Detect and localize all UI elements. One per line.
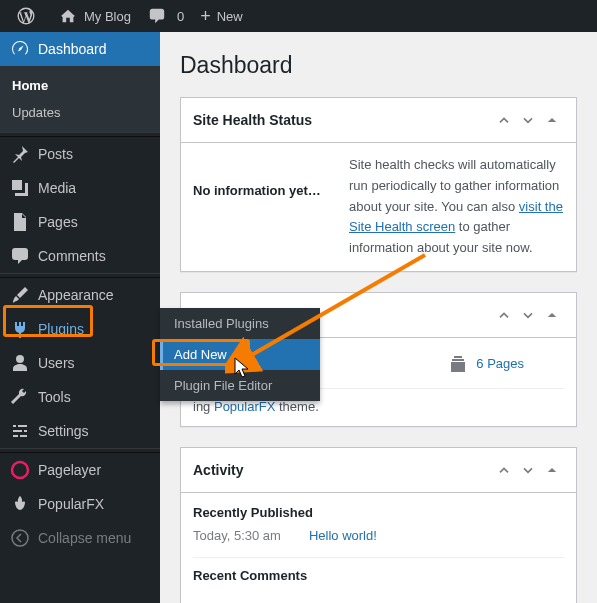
sidebar-settings-label: Settings (38, 423, 89, 439)
plugins-flyout: Installed Plugins Add New Plugin File Ed… (160, 308, 320, 401)
brush-icon (10, 285, 30, 305)
comment-icon (147, 6, 167, 26)
sidebar-item-dashboard[interactable]: Dashboard (0, 32, 160, 66)
wordpress-icon (16, 6, 36, 26)
sidebar-plugins-label: Plugins (38, 321, 84, 337)
users-icon (10, 353, 30, 373)
sidebar-media-label: Media (38, 180, 76, 196)
sidebar-collapse[interactable]: Collapse menu (0, 521, 160, 555)
new-label: New (217, 9, 243, 24)
flyout-installed-plugins[interactable]: Installed Plugins (160, 308, 320, 339)
wrench-icon (10, 387, 30, 407)
dashboard-icon (10, 39, 30, 59)
toggle-panel-button[interactable] (540, 108, 564, 132)
move-up-button[interactable] (492, 108, 516, 132)
comments-icon (10, 246, 30, 266)
sidebar-item-posts[interactable]: Posts (0, 137, 160, 171)
comment-count: 0 (177, 9, 184, 24)
sidebar-item-users[interactable]: Users (0, 346, 160, 380)
sidebar-appearance-label: Appearance (38, 287, 114, 303)
admin-sidebar: Dashboard Home Updates Posts Media Pages… (0, 32, 160, 603)
site-name-text: My Blog (84, 9, 131, 24)
sidebar-item-settings[interactable]: Settings (0, 414, 160, 448)
svg-point-1 (12, 530, 28, 546)
glance-theme-link[interactable]: PopularFX (214, 399, 275, 414)
recent-comments-title: Recent Comments (193, 557, 564, 583)
sidebar-tools-label: Tools (38, 389, 71, 405)
site-health-description: Site health checks will automatically ru… (349, 155, 564, 259)
site-name-link[interactable]: My Blog (50, 0, 139, 32)
plugin-icon (10, 319, 30, 339)
home-icon (58, 6, 78, 26)
sidebar-item-plugins[interactable]: Plugins (0, 312, 160, 346)
sidebar-posts-label: Posts (38, 146, 73, 162)
move-down-button[interactable] (516, 458, 540, 482)
collapse-icon (10, 528, 30, 548)
activity-body: Recently Published Today, 5:30 am Hello … (181, 493, 576, 603)
glance-running-suffix: theme. (275, 399, 318, 414)
site-health-body: No information yet… Site health checks w… (181, 143, 576, 271)
new-content-link[interactable]: + New (192, 0, 251, 32)
sidebar-item-appearance[interactable]: Appearance (0, 278, 160, 312)
sidebar-sub-home[interactable]: Home (0, 72, 160, 99)
sidebar-item-comments[interactable]: Comments (0, 239, 160, 273)
sidebar-item-popularfx[interactable]: PopularFX (0, 487, 160, 521)
sidebar-item-pages[interactable]: Pages (0, 205, 160, 239)
sidebar-dashboard-label: Dashboard (38, 41, 107, 57)
admin-bar: My Blog 0 + New (0, 0, 597, 32)
sidebar-pagelayer-label: Pagelayer (38, 462, 101, 478)
site-health-title: Site Health Status (193, 112, 492, 128)
move-up-button[interactable] (492, 303, 516, 327)
site-health-status: No information yet… (193, 155, 333, 259)
comments-link[interactable]: 0 (139, 0, 192, 32)
plus-icon: + (200, 7, 211, 25)
sidebar-pages-label: Pages (38, 214, 78, 230)
popularfx-icon (10, 494, 30, 514)
sidebar-popularfx-label: PopularFX (38, 496, 104, 512)
toggle-panel-button[interactable] (540, 458, 564, 482)
move-down-button[interactable] (516, 303, 540, 327)
sidebar-dashboard-submenu: Home Updates (0, 66, 160, 132)
sliders-icon (10, 421, 30, 441)
wp-logo-button[interactable] (8, 0, 50, 32)
sidebar-comments-label: Comments (38, 248, 106, 264)
svg-point-0 (12, 462, 28, 478)
glance-pages-link[interactable]: 6 Pages (476, 356, 524, 371)
activity-title: Activity (193, 462, 492, 478)
sidebar-sub-updates[interactable]: Updates (0, 99, 160, 126)
activity-post-link[interactable]: Hello world! (309, 528, 377, 543)
site-health-card: Site Health Status No information yet… S… (180, 97, 577, 272)
sidebar-users-label: Users (38, 355, 75, 371)
recently-published-title: Recently Published (193, 505, 564, 520)
flyout-add-new[interactable]: Add New (160, 339, 320, 370)
move-up-button[interactable] (492, 458, 516, 482)
media-icon (10, 178, 30, 198)
pagelayer-icon (10, 460, 30, 480)
toggle-panel-button[interactable] (540, 303, 564, 327)
activity-time: Today, 5:30 am (193, 528, 281, 543)
sidebar-item-media[interactable]: Media (0, 171, 160, 205)
pin-icon (10, 144, 30, 164)
glance-running-prefix: ing (193, 399, 214, 414)
flyout-plugin-editor[interactable]: Plugin File Editor (160, 370, 320, 401)
move-down-button[interactable] (516, 108, 540, 132)
sidebar-collapse-label: Collapse menu (38, 530, 131, 546)
activity-row: Today, 5:30 am Hello world! (193, 528, 564, 543)
sidebar-item-pagelayer[interactable]: Pagelayer (0, 453, 160, 487)
page-title: Dashboard (180, 52, 577, 79)
activity-card: Activity Recently Published Today, 5:30 … (180, 447, 577, 603)
site-health-header: Site Health Status (181, 98, 576, 143)
pages-icon (10, 212, 30, 232)
sidebar-item-tools[interactable]: Tools (0, 380, 160, 414)
pages-icon (448, 354, 468, 374)
activity-header: Activity (181, 448, 576, 493)
